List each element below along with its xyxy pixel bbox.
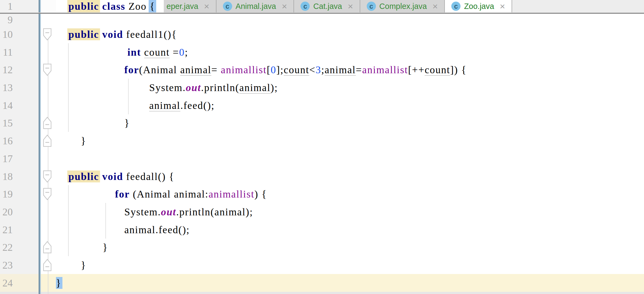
code-text[interactable]: } xyxy=(56,135,644,147)
ide-window: 1 public class Zoo { eper.java×cAnimal.j… xyxy=(0,0,644,294)
code-line-10: 10 public void feedall1(){ xyxy=(0,25,644,43)
fold-collapse-start-icon[interactable] xyxy=(39,64,56,76)
line-number[interactable]: 11 xyxy=(0,46,39,58)
code-text[interactable]: int count =0; xyxy=(56,46,644,58)
code-token: 0 xyxy=(271,64,276,75)
line-number[interactable]: 16 xyxy=(0,135,39,147)
code-line-9: 9 xyxy=(0,14,644,25)
code-token: for xyxy=(124,64,139,75)
code-text[interactable]: for (Animal animal:animallist) { xyxy=(56,188,644,200)
tab-Zoo.java[interactable]: cZoo.java× xyxy=(445,0,512,12)
code-token: Zoo xyxy=(125,0,150,12)
code-token: System. xyxy=(149,82,186,93)
code-token: animal xyxy=(149,100,180,111)
line-number[interactable]: 23 xyxy=(0,259,39,271)
line-number[interactable]: 22 xyxy=(0,241,39,253)
java-class-icon: c xyxy=(301,2,310,11)
code-token xyxy=(56,0,68,12)
line-number[interactable]: 20 xyxy=(0,206,39,218)
close-icon[interactable]: × xyxy=(282,2,287,11)
line-number[interactable]: 13 xyxy=(0,82,39,93)
line-number[interactable]: 15 xyxy=(0,117,39,129)
code-token xyxy=(99,0,102,12)
fold-collapse-end-icon[interactable] xyxy=(39,135,56,147)
fold-collapse-start-icon[interactable] xyxy=(39,188,56,200)
code-token: .println( xyxy=(201,82,239,93)
code-token: count xyxy=(144,46,169,58)
tab-label: Complex.java xyxy=(379,2,427,11)
line-number[interactable]: 18 xyxy=(0,171,39,182)
code-token: } xyxy=(56,117,130,129)
java-class-icon: c xyxy=(451,2,461,11)
line-number[interactable]: 14 xyxy=(0,99,39,111)
code-rows: 910 public void feedall1(){11 int count … xyxy=(0,14,644,294)
code-editor[interactable]: 910 public void feedall1(){11 int count … xyxy=(0,14,644,294)
code-text[interactable]: animal.feed(); xyxy=(56,99,644,111)
code-token: feedall xyxy=(126,171,158,182)
code-line-24: 24} xyxy=(0,274,644,292)
fold-collapse-start-icon[interactable] xyxy=(39,28,56,41)
sticky-code-line[interactable]: public class Zoo { xyxy=(56,0,164,12)
code-text[interactable]: animal.feed(); xyxy=(56,224,644,236)
code-line-12: 12 for(Animal animal= animallist[0];coun… xyxy=(0,61,644,79)
code-text[interactable]: } xyxy=(56,277,644,289)
code-token: () { xyxy=(158,171,174,182)
code-token: (Animal animal: xyxy=(130,188,209,200)
code-token: } xyxy=(56,135,86,146)
fold-collapse-end-icon[interactable] xyxy=(39,259,56,271)
code-text[interactable]: System.out.println(animal); xyxy=(56,82,644,93)
line-number[interactable]: 19 xyxy=(0,188,39,200)
code-token xyxy=(56,171,68,182)
code-text[interactable]: } xyxy=(56,259,644,271)
code-token: class xyxy=(102,0,125,12)
code-token xyxy=(99,29,102,40)
code-line-19: 19 for (Animal animal:animallist) { xyxy=(0,185,644,203)
java-class-icon: c xyxy=(223,2,232,11)
close-icon[interactable]: × xyxy=(348,2,353,11)
code-text[interactable]: public void feedall() { xyxy=(56,171,644,182)
code-token: = xyxy=(170,46,179,58)
close-icon[interactable]: × xyxy=(432,2,438,11)
code-token: animallist xyxy=(362,64,408,75)
tab-Animal.java[interactable]: cAnimal.java× xyxy=(216,0,294,12)
code-line-23: 23 } xyxy=(0,256,644,274)
java-class-icon: c xyxy=(367,2,376,11)
code-token: [ xyxy=(267,64,271,75)
code-text[interactable]: for(Animal animal= animallist[0];count<3… xyxy=(56,64,644,76)
code-text[interactable]: } xyxy=(56,241,644,253)
code-token xyxy=(56,224,124,235)
code-line-11: 11 int count =0; xyxy=(0,43,644,61)
code-token: ) { xyxy=(255,188,267,200)
line-number[interactable]: 10 xyxy=(0,28,39,40)
code-token: count xyxy=(284,64,309,75)
tab-Cat.java[interactable]: cCat.java× xyxy=(294,0,360,12)
line-number[interactable]: 24 xyxy=(0,277,39,289)
code-token: public xyxy=(68,171,99,182)
close-icon[interactable]: × xyxy=(204,2,209,11)
tab-Complex.java[interactable]: cComplex.java× xyxy=(360,0,445,12)
line-number[interactable]: 1 xyxy=(0,0,39,12)
code-token: animal xyxy=(239,82,271,93)
line-number[interactable]: 9 xyxy=(0,14,39,26)
tab-eper.java[interactable]: eper.java× xyxy=(164,0,216,12)
fold-collapse-end-icon[interactable] xyxy=(39,117,56,129)
line-number[interactable]: 17 xyxy=(0,153,39,165)
code-token: System. xyxy=(124,206,161,218)
code-token xyxy=(56,29,68,40)
line-number[interactable]: 12 xyxy=(0,64,39,76)
code-token xyxy=(56,46,128,58)
fold-collapse-end-icon[interactable] xyxy=(39,241,56,253)
code-text[interactable]: public void feedall1(){ xyxy=(56,28,644,40)
code-token xyxy=(123,29,126,40)
code-token: } xyxy=(56,259,86,271)
vcs-change-bar xyxy=(39,0,41,12)
code-token: ; xyxy=(185,46,188,58)
close-icon[interactable]: × xyxy=(500,2,505,11)
code-token: .feed(); xyxy=(180,100,215,111)
code-token xyxy=(56,82,149,93)
fold-collapse-start-icon[interactable] xyxy=(39,170,56,183)
code-line-22: 22 } xyxy=(0,239,644,256)
line-number[interactable]: 21 xyxy=(0,224,39,236)
code-text[interactable]: } xyxy=(56,117,644,129)
code-text[interactable]: System.out.println(animal); xyxy=(56,206,644,218)
